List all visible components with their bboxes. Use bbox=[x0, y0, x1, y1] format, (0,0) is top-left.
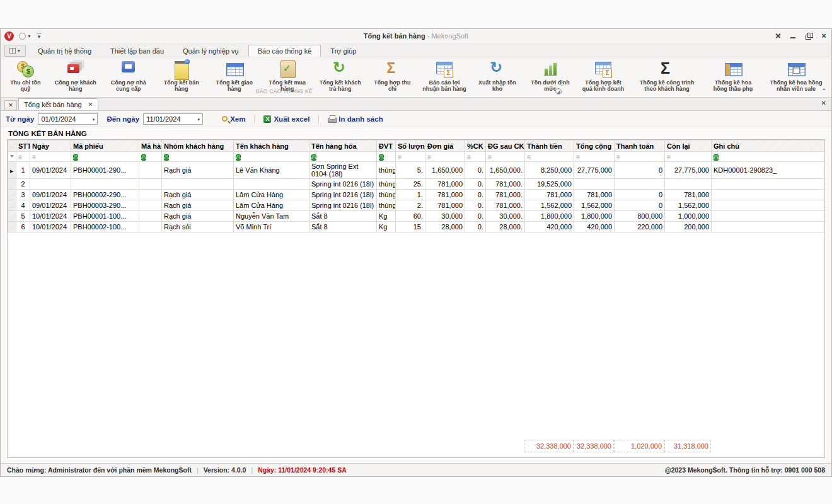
ribbon-item[interactable]: Tồn dưới định mức bbox=[524, 59, 577, 93]
pin-toolbar-icon[interactable]: ▼ bbox=[37, 33, 42, 40]
table-cell[interactable] bbox=[139, 162, 162, 179]
table-cell[interactable] bbox=[162, 179, 234, 190]
filter-cell[interactable]: = bbox=[30, 152, 71, 162]
tab-tong-ket-ban-hang[interactable]: Tổng kết bán hàng ✕ bbox=[18, 98, 98, 110]
table-cell[interactable]: Rạch giá bbox=[162, 200, 234, 211]
table-cell[interactable]: PBH00003-290... bbox=[71, 200, 139, 211]
table-cell[interactable]: Rạch sỏi bbox=[162, 222, 234, 232]
table-cell[interactable]: 1. bbox=[396, 190, 425, 200]
table-cell[interactable]: thùng bbox=[377, 200, 396, 211]
table-cell[interactable]: 781,000. bbox=[486, 179, 525, 190]
qat-dropdown-button[interactable]: ▼ bbox=[19, 33, 32, 40]
equals-filter-icon[interactable]: = bbox=[467, 154, 471, 161]
close-button[interactable]: × bbox=[820, 32, 828, 40]
column-header[interactable]: Còn lại bbox=[665, 140, 712, 152]
column-header[interactable]: STT bbox=[16, 140, 30, 152]
table-cell[interactable]: PBH00002-290... bbox=[71, 190, 139, 200]
ribbon-item[interactable]: Tổng hợp thu chi bbox=[367, 59, 418, 93]
equals-filter-icon[interactable]: = bbox=[576, 154, 580, 161]
table-cell[interactable]: 1,650,000 bbox=[425, 162, 465, 179]
table-cell[interactable] bbox=[712, 190, 826, 200]
table-cell[interactable] bbox=[712, 211, 826, 222]
table-cell[interactable]: PBH00001-100... bbox=[71, 211, 139, 222]
table-cell[interactable]: 0. bbox=[465, 190, 486, 200]
table-row[interactable]: 409/01/2024PBH00003-290...Rạch giáLâm Cử… bbox=[8, 200, 826, 211]
table-cell[interactable]: 27,775,000 bbox=[574, 162, 615, 179]
table-cell[interactable]: 60. bbox=[396, 211, 425, 222]
filter-cell[interactable] bbox=[71, 152, 139, 162]
table-cell[interactable]: 8,250,000 bbox=[525, 162, 574, 179]
ribbon-item[interactable]: Tổng kết giao hàng bbox=[208, 59, 261, 93]
ribbon-collapse-icon[interactable]: ⌃ bbox=[821, 88, 826, 94]
filter-cell[interactable]: = bbox=[425, 152, 465, 162]
table-cell[interactable]: 781,000 bbox=[425, 190, 465, 200]
equals-filter-icon[interactable]: = bbox=[32, 154, 36, 161]
column-header[interactable]: Thành tiền bbox=[525, 140, 574, 152]
menu-tab-trợ-giúp[interactable]: Trợ giúp bbox=[321, 45, 366, 57]
table-cell[interactable] bbox=[234, 179, 309, 190]
ribbon-item[interactable]: Thống kê hoa hồng nhân viên sale bbox=[762, 59, 830, 93]
table-cell[interactable]: 15. bbox=[396, 222, 425, 232]
table-cell[interactable]: Sắt 8 bbox=[309, 222, 377, 232]
table-cell[interactable] bbox=[574, 179, 615, 190]
filter-cell[interactable]: = bbox=[574, 152, 615, 162]
column-header[interactable]: Tên khách hàng bbox=[234, 140, 309, 152]
menu-tab-thiết-lập-ban-đầu[interactable]: Thiết lập ban đầu bbox=[101, 45, 173, 57]
ribbon-item[interactable]: Xuất nhập tồn kho bbox=[471, 59, 524, 93]
table-cell[interactable]: 420,000 bbox=[574, 222, 615, 232]
column-header[interactable]: Tổng cộng bbox=[574, 140, 615, 152]
table-cell[interactable]: 4 bbox=[16, 200, 30, 211]
equals-filter-icon[interactable]: = bbox=[427, 154, 431, 161]
table-cell[interactable]: 1,000,000 bbox=[665, 211, 712, 222]
table-cell[interactable]: 2 bbox=[16, 179, 30, 190]
contains-filter-icon[interactable] bbox=[379, 154, 384, 161]
table-cell[interactable]: Spring int 0216 (18l) bbox=[309, 190, 377, 200]
filter-cell[interactable] bbox=[377, 152, 396, 162]
restore-button[interactable] bbox=[805, 32, 812, 40]
table-cell[interactable]: Nguyễn Văn Tam bbox=[234, 211, 309, 222]
table-cell[interactable] bbox=[712, 222, 826, 232]
table-cell[interactable]: 1,562,000 bbox=[574, 200, 615, 211]
table-cell[interactable] bbox=[139, 200, 162, 211]
table-cell[interactable]: 0. bbox=[465, 162, 486, 179]
table-cell[interactable]: Kg bbox=[377, 222, 396, 232]
table-cell[interactable]: 0. bbox=[465, 200, 486, 211]
table-cell[interactable]: 5 bbox=[16, 211, 30, 222]
ribbon-item[interactable]: Thống kê công trình theo khách hàng bbox=[630, 59, 704, 93]
fullscreen-button[interactable] bbox=[775, 32, 782, 40]
table-cell[interactable]: 09/01/2024 bbox=[30, 190, 71, 200]
to-date-input[interactable]: 11/01/2024 ▼ bbox=[143, 113, 203, 125]
table-cell[interactable]: Rạch giá bbox=[162, 190, 234, 200]
filter-cell[interactable]: = bbox=[16, 152, 30, 162]
table-cell[interactable]: Sơn Spring Ext 0104 (18l) bbox=[309, 162, 377, 179]
table-cell[interactable]: 27,775,000 bbox=[665, 162, 712, 179]
table-cell[interactable]: 0 bbox=[615, 200, 665, 211]
table-cell[interactable]: 781,000 bbox=[425, 200, 465, 211]
table-cell[interactable]: 1,800,000 bbox=[525, 211, 574, 222]
table-cell[interactable]: 6 bbox=[16, 222, 30, 232]
table-row[interactable]: 309/01/2024PBH00002-290...Rạch giáLâm Cử… bbox=[8, 190, 826, 200]
table-cell[interactable]: Lê Văn Kháng bbox=[234, 162, 309, 179]
filter-cell[interactable] bbox=[234, 152, 309, 162]
chevron-down-icon[interactable]: ▼ bbox=[197, 118, 200, 122]
filter-cell[interactable]: = bbox=[615, 152, 665, 162]
table-cell[interactable]: Rạch giá bbox=[162, 211, 234, 222]
column-header[interactable]: Đơn giá bbox=[425, 140, 465, 152]
filter-cell[interactable] bbox=[309, 152, 377, 162]
view-button[interactable]: Xem bbox=[217, 114, 250, 124]
table-cell[interactable]: 10/01/2024 bbox=[30, 222, 71, 232]
table-cell[interactable]: 781,000. bbox=[486, 200, 525, 211]
contains-filter-icon[interactable] bbox=[73, 154, 78, 161]
table-cell[interactable]: 781,000 bbox=[525, 190, 574, 200]
column-header[interactable]: %CK bbox=[465, 140, 486, 152]
group-dialog-launcher-icon[interactable]: ◢ bbox=[555, 88, 562, 94]
table-cell[interactable]: Sắt 8 bbox=[309, 211, 377, 222]
table-cell[interactable]: 1,650,000. bbox=[486, 162, 525, 179]
column-header[interactable]: ĐVT bbox=[377, 140, 396, 152]
table-cell[interactable]: thùng bbox=[377, 162, 396, 179]
contains-filter-icon[interactable] bbox=[236, 154, 241, 161]
app-logo-icon[interactable]: V bbox=[4, 32, 14, 41]
table-cell[interactable]: 781,000 bbox=[425, 179, 465, 190]
filter-cell[interactable] bbox=[712, 152, 826, 162]
ribbon-item[interactable]: Báo cáo lợi nhuận bán hàng bbox=[418, 59, 471, 93]
